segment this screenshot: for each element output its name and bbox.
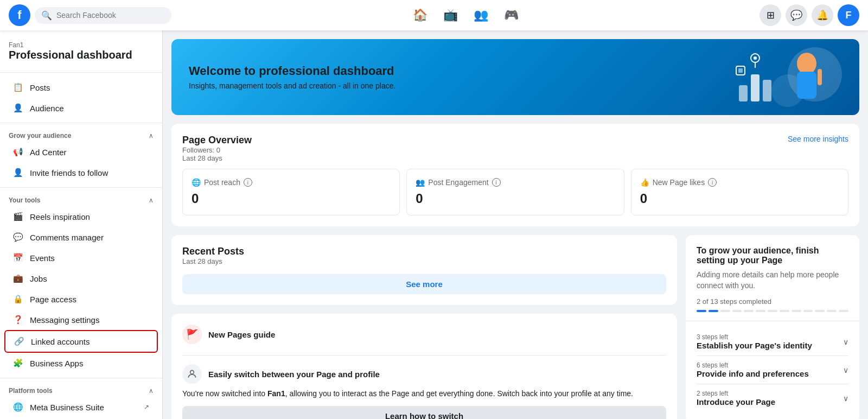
messaging-icon: ❓: [13, 315, 23, 325]
post-engagement-info-icon[interactable]: i: [492, 178, 501, 187]
progress-bar-10: [803, 310, 813, 312]
new-page-likes-value: 0: [640, 191, 839, 206]
svg-rect-7: [763, 80, 771, 101]
svg-rect-6: [751, 74, 760, 101]
sidebar-item-label: Reels inspiration: [30, 212, 90, 221]
sidebar-item-label: Linked accounts: [31, 337, 90, 346]
new-page-likes-label: 👍 New Page likes i: [640, 178, 839, 187]
people-nav-button[interactable]: 👥: [468, 2, 494, 28]
facebook-logo[interactable]: f: [9, 4, 30, 26]
jobs-icon: 💼: [13, 274, 23, 283]
meta-business-icon: 🌐: [13, 402, 23, 412]
sidebar-divider-2: [0, 187, 162, 188]
welcome-title: Welcome to professional dashboard: [189, 64, 395, 78]
setup-chevron-introduce-icon: ∨: [843, 394, 848, 403]
avatar-button[interactable]: F: [838, 4, 859, 26]
guide-divider-1: [182, 355, 666, 355]
progress-bar-5: [744, 310, 754, 312]
linked-accounts-icon: 🔗: [14, 337, 24, 346]
welcome-illustration: [701, 39, 842, 115]
sidebar-item-page-access[interactable]: 🔒 Page access: [4, 289, 158, 309]
progress-bar-12: [827, 310, 837, 312]
learn-how-to-switch-button[interactable]: Learn how to switch: [182, 406, 666, 419]
welcome-banner: Welcome to professional dashboard Insigh…: [171, 39, 859, 115]
progress-bar-2: [709, 310, 718, 312]
topnav-center: 🏠 📺 👥 🎮: [171, 2, 760, 28]
topnav-right: ⊞ 💬 🔔 F: [760, 4, 859, 26]
setup-step-introduce-label: Introduce your Page: [697, 397, 775, 407]
post-engagement-value: 0: [416, 191, 615, 206]
page-overview-header: Page Overview Followers: 0 Last 28 days …: [182, 135, 848, 162]
setup-step-introduce-left: 2 steps left Introduce your Page: [697, 390, 775, 407]
setup-step-preferences-left: 6 steps left Provide info and preference…: [697, 361, 809, 378]
search-input[interactable]: [56, 11, 165, 20]
games-nav-button[interactable]: 🎮: [498, 2, 524, 28]
sidebar-item-linked-accounts[interactable]: 🔗 Linked accounts: [4, 330, 158, 353]
thumbs-up-icon: 👍: [640, 178, 649, 187]
svg-rect-3: [797, 72, 816, 99]
sidebar-item-label: Invite friends to follow: [30, 168, 108, 177]
audience-icon: 👤: [13, 103, 23, 113]
sidebar-item-ad-center[interactable]: 📢 Ad Center: [4, 142, 158, 162]
video-nav-button[interactable]: 📺: [437, 2, 463, 28]
main-content: Welcome to professional dashboard Insigh…: [163, 30, 868, 419]
post-reach-info-icon[interactable]: i: [244, 178, 252, 187]
grow-chevron-icon[interactable]: ∧: [149, 132, 154, 139]
your-tools-section-label: Your tools: [9, 196, 40, 204]
new-pages-guide-item: 🚩 New Pages guide: [182, 325, 666, 344]
notifications-button[interactable]: 🔔: [812, 4, 833, 26]
search-icon: 🔍: [41, 10, 52, 21]
sidebar-item-meta-business[interactable]: 🌐 Meta Business Suite ↗: [4, 397, 158, 417]
setup-progress-label: 2 of 13 steps completed: [697, 297, 848, 306]
setup-step-preferences[interactable]: 6 steps left Provide info and preference…: [697, 356, 848, 384]
your-tools-chevron-icon[interactable]: ∧: [149, 196, 154, 204]
sidebar-item-comments[interactable]: 💬 Comments manager: [4, 227, 158, 247]
page-overview-title: Page Overview: [182, 135, 252, 146]
see-more-posts-button[interactable]: See more: [182, 274, 666, 294]
recent-posts-card: Recent Posts Last 28 days See more: [171, 235, 677, 305]
sidebar-item-posts[interactable]: 📋 Posts: [4, 77, 158, 98]
grid-button[interactable]: ⊞: [760, 4, 781, 26]
setup-title: To grow your audience, finish setting up…: [697, 246, 848, 265]
new-pages-guide-header: 🚩 New Pages guide: [182, 325, 666, 344]
sidebar-item-invite-friends[interactable]: 👤 Invite friends to follow: [4, 162, 158, 183]
setup-divider: [686, 321, 859, 321]
flag-icon: 🚩: [182, 325, 202, 344]
sidebar-item-reels[interactable]: 🎬 Reels inspiration: [4, 206, 158, 227]
recent-posts-header: Recent Posts Last 28 days: [182, 246, 666, 265]
page-overview-info: Page Overview Followers: 0 Last 28 days: [182, 135, 252, 162]
setup-step-identity-count: 3 steps left: [697, 333, 812, 341]
setup-card: To grow your audience, finish setting up…: [686, 235, 859, 419]
right-col: To grow your audience, finish setting up…: [686, 235, 859, 419]
new-page-likes-info-icon[interactable]: i: [708, 178, 717, 187]
progress-bar-7: [768, 310, 777, 312]
grow-section-label: Grow your audience: [9, 132, 71, 139]
post-reach-label: 🌐 Post reach i: [192, 178, 391, 187]
progress-bar-11: [815, 310, 825, 312]
setup-step-identity-left: 3 steps left Establish your Page's ident…: [697, 333, 812, 350]
setup-step-preferences-label: Provide info and preferences: [697, 369, 809, 378]
progress-bar-1: [697, 310, 706, 312]
svg-rect-12: [738, 68, 743, 73]
sidebar-item-label: Messaging settings: [30, 315, 99, 325]
followers-label: Followers: 0: [182, 146, 252, 154]
sidebar-item-messaging[interactable]: ❓ Messaging settings: [4, 309, 158, 330]
sidebar-item-jobs[interactable]: 💼 Jobs: [4, 268, 158, 289]
setup-step-introduce[interactable]: 2 steps left Introduce your Page ∨: [697, 384, 848, 412]
sidebar-item-audience[interactable]: 👤 Audience: [4, 98, 158, 118]
setup-step-identity[interactable]: 3 steps left Establish your Page's ident…: [697, 328, 848, 356]
setup-desc: Adding more details can help more people…: [697, 270, 848, 291]
see-more-insights-link[interactable]: See more insights: [788, 135, 848, 143]
topnav: f 🔍 🏠 📺 👥 🎮 ⊞ 💬 🔔 F: [0, 0, 868, 30]
setup-chevron-identity-icon: ∨: [843, 338, 848, 346]
progress-bar-3: [720, 310, 730, 312]
page-access-icon: 🔒: [13, 294, 23, 304]
platform-chevron-icon[interactable]: ∧: [149, 387, 154, 395]
sidebar-item-business-apps[interactable]: 🧩 Business Apps: [4, 353, 158, 373]
search-box: 🔍: [35, 7, 171, 24]
messenger-button[interactable]: 💬: [786, 4, 807, 26]
page-overview: Page Overview Followers: 0 Last 28 days …: [171, 124, 859, 226]
svg-point-9: [754, 56, 757, 60]
sidebar-item-events[interactable]: 📅 Events: [4, 247, 158, 268]
home-nav-button[interactable]: 🏠: [407, 2, 433, 28]
